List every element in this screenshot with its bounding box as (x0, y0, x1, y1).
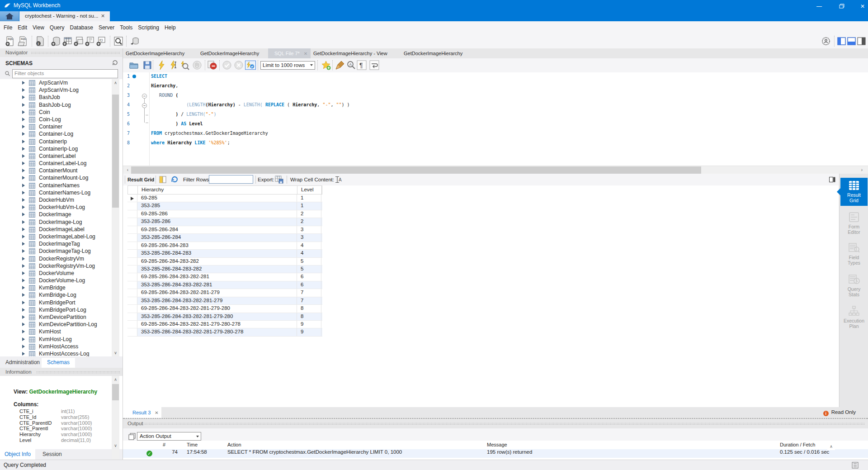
cell-hierarchy[interactable]: 69-285-286-284-283 (137, 242, 297, 249)
cell-hierarchy[interactable]: 69-285-286-284-283-282 (137, 258, 297, 265)
menu-item[interactable]: File (4, 24, 12, 31)
cell-hierarchy[interactable]: 353-285-286-284-283-282-281-279-280 (137, 313, 297, 320)
schema-tree-item[interactable]: KvmDevicePartition (0, 313, 123, 321)
scroll-right-icon[interactable]: › (858, 166, 866, 174)
schema-tree-item[interactable]: ContainerNames (0, 182, 123, 189)
schema-tree-item[interactable]: KvmBridgePort (0, 299, 123, 306)
explain-plan-icon[interactable] (179, 60, 189, 70)
editor-tab[interactable]: GetDockerImageHierarchy - View (313, 48, 392, 58)
expand-arrow-icon[interactable] (22, 271, 25, 275)
expand-arrow-icon[interactable] (22, 147, 25, 151)
grid-row[interactable]: 69-285-286-284 3 (127, 226, 322, 234)
expand-arrow-icon[interactable] (22, 81, 25, 85)
cell-level[interactable]: 8 (297, 305, 321, 312)
create-procedure-icon[interactable] (85, 36, 95, 47)
schema-tree-item[interactable]: DockerRegistryVm-Log (0, 262, 123, 270)
schema-tree-item[interactable]: ContainerLabel-Log (0, 160, 123, 167)
open-sql-script-icon[interactable]: SQL (18, 36, 28, 47)
schema-tree-item[interactable]: BashJob-Log (0, 101, 123, 109)
result-tab[interactable]: Result 3✕ (123, 407, 161, 418)
expand-arrow-icon[interactable] (22, 220, 25, 224)
scroll-down-icon[interactable]: ∨ (112, 442, 119, 449)
toggle-stop-on-error-icon[interactable] (207, 60, 217, 70)
menu-item[interactable]: Server (99, 24, 114, 31)
cell-level[interactable]: 6 (297, 273, 321, 280)
expand-arrow-icon[interactable] (22, 154, 25, 158)
schema-tree-item[interactable]: ArpScanVm (0, 79, 123, 86)
gutter-marker[interactable] (142, 83, 147, 89)
expand-arrow-icon[interactable] (22, 352, 25, 356)
cell-level[interactable]: 7 (297, 289, 321, 296)
expand-arrow-icon[interactable] (22, 140, 25, 143)
rollback-icon[interactable] (234, 60, 244, 70)
grid-row[interactable]: 353-285-286-284-283-282-281-279-280-278 … (127, 328, 322, 336)
filter-objects-input[interactable]: Filter objects (12, 69, 118, 78)
menu-item[interactable]: Tools (120, 24, 132, 31)
grid-col-hierarchy[interactable]: Hierarchy (138, 186, 297, 194)
restore-button[interactable] (834, 3, 848, 10)
editor-tab[interactable]: GetDockerImageHierarchy (126, 48, 189, 58)
schema-tree-item[interactable]: DockerImageTag-Log (0, 247, 123, 255)
schema-tree-item[interactable]: KvmHostAccess-Log (0, 350, 123, 356)
grid-col-level[interactable]: Level (297, 186, 322, 194)
schema-tree-item[interactable]: DockerHubVm-Log (0, 204, 123, 211)
cell-hierarchy[interactable]: 69-285-286-284-283-282-281-279-280-278 (137, 321, 297, 328)
schema-tree-item[interactable]: DockerImageLabel-Log (0, 233, 123, 240)
cell-level[interactable]: 2 (297, 210, 321, 218)
columns-icon[interactable] (159, 176, 166, 183)
grid-row[interactable]: 69-285-286-284-283-282-281 6 (127, 273, 322, 281)
editor-tab[interactable]: GetDockerImageHierarchy (200, 48, 263, 58)
stop-query-icon[interactable] (192, 60, 202, 70)
cell-level[interactable]: 6 (297, 281, 321, 289)
tab-schemas[interactable]: Schemas (42, 358, 75, 368)
expand-arrow-icon[interactable] (22, 249, 25, 253)
schema-tree-item[interactable]: KvmDevicePartition-Log (0, 321, 123, 328)
connection-tab-close-icon[interactable]: ✕ (101, 13, 105, 19)
editor-hscroll-thumb[interactable] (131, 166, 701, 174)
schema-tree-item[interactable]: ContainerLabel (0, 152, 123, 160)
schema-tree-item[interactable]: DockerImage-Log (0, 218, 123, 226)
expand-arrow-icon[interactable] (22, 88, 25, 92)
expand-arrow-icon[interactable] (22, 228, 25, 231)
menu-item[interactable]: Scripting (138, 24, 159, 31)
toggle-autocommit-icon[interactable] (245, 60, 256, 70)
cell-hierarchy[interactable]: 69-285-286-284-283-282-281 (137, 273, 297, 280)
commit-icon[interactable] (222, 60, 232, 70)
schema-tree-item[interactable]: DockerImageTag (0, 240, 123, 247)
cell-hierarchy[interactable]: 69-285-286 (137, 210, 297, 218)
expand-arrow-icon[interactable] (22, 315, 25, 319)
grid-row[interactable]: 353-285 1 (127, 202, 322, 210)
schema-tree-item[interactable]: DockerHubVm (0, 196, 123, 204)
grid-row[interactable]: 353-285-286-284-283-282 5 (127, 266, 322, 273)
schema-tree-item[interactable]: Coin-Log (0, 116, 123, 123)
grid-row[interactable]: 69-285-286-284-283-282-281-279 7 (127, 289, 322, 297)
editor-tab[interactable]: GetDockerImageHierarchy (404, 48, 467, 58)
search-objects-icon[interactable] (113, 36, 124, 47)
create-schema-icon[interactable] (51, 36, 61, 47)
scroll-left-icon[interactable]: ‹ (124, 166, 132, 174)
minimize-button[interactable]: — (812, 3, 826, 10)
grid-row[interactable]: 353-285-286 2 (127, 218, 322, 226)
scroll-down-icon[interactable]: ∨ (112, 349, 119, 356)
tree-scrollbar[interactable]: ∧ ∨ (112, 79, 119, 356)
toggle-wrap-icon[interactable] (369, 60, 379, 70)
tab-administration[interactable]: Administration (0, 358, 45, 367)
gutter-marker[interactable] (142, 140, 147, 146)
grid-row[interactable]: 69-285-286-284-283 4 (127, 242, 322, 250)
expand-arrow-icon[interactable] (22, 308, 25, 312)
expand-arrow-icon[interactable] (22, 337, 25, 341)
expand-arrow-icon[interactable] (22, 286, 25, 290)
cell-hierarchy[interactable]: 353-285-286-284-283-282-281 (137, 281, 297, 289)
panel-result-grid[interactable]: ResultGrid (840, 178, 868, 206)
save-icon[interactable] (142, 60, 152, 70)
schema-tree-item[interactable]: ContainerIp (0, 138, 123, 145)
panel-execution-plan[interactable]: ExecutionPlan (840, 304, 868, 332)
grid-row[interactable]: 353-285-286-284-283-282-281 6 (127, 281, 322, 289)
collapse-panel-icon[interactable] (829, 177, 835, 182)
open-file-icon[interactable] (129, 60, 139, 70)
expand-arrow-icon[interactable] (22, 191, 25, 195)
execute-script-icon[interactable] (157, 60, 167, 70)
expand-arrow-icon[interactable] (22, 176, 25, 180)
gutter-marker[interactable] (142, 94, 147, 99)
cell-hierarchy[interactable]: 353-285 (137, 202, 297, 209)
